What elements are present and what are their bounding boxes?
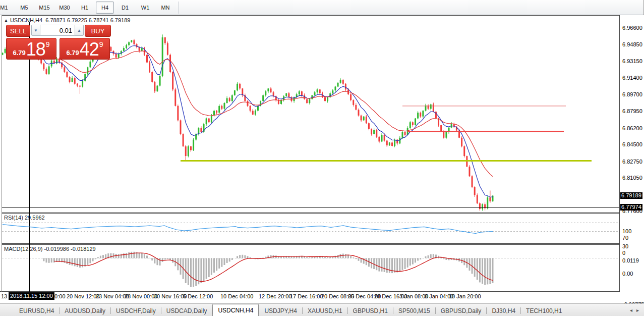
collapse-arrow-icon[interactable]: ▲	[4, 18, 8, 23]
rsi-axis-label: 0	[622, 250, 625, 256]
price-marker-bid: 6.79189	[620, 192, 642, 199]
time-axis-label: 28 Nov 00:00	[125, 293, 157, 299]
time-axis-label: 12 Dec 20:00	[259, 293, 291, 299]
terminal-window: M1M5M15M30H1H4D1W1MN ▲USDCNH,H4 6.78871 …	[0, 0, 644, 316]
price-axis-label: 6.96600	[622, 25, 642, 31]
tab-sp500-m15[interactable]: SP500,M15	[393, 306, 435, 316]
price-marker-line-level: 6.77974	[620, 204, 642, 210]
rsi-axis-label: 30	[622, 243, 628, 249]
macd-value: -0.019986	[44, 246, 69, 252]
timeframe-button-d1[interactable]: D1	[116, 2, 134, 14]
buy-price-sup: 9	[99, 41, 103, 48]
timeframe-button-m5[interactable]: M5	[15, 2, 33, 14]
price-axis-label: 6.87950	[622, 108, 642, 114]
time-axis-label: 20 Nov 12:00	[67, 293, 99, 299]
time-axis-label: 10 Jan 20:00	[449, 293, 481, 299]
time-axis-label: 10 Dec 04:00	[220, 293, 253, 299]
price-axis-label: 6.89700	[622, 91, 642, 97]
time-axis-label: 23 Nov 04:00	[96, 293, 129, 299]
tab-usdjpy-h4[interactable]: USDJPY,H4	[259, 306, 302, 316]
toolbar-separator	[179, 2, 179, 14]
tabs-scroll-left-icon[interactable]: ◂	[630, 307, 632, 313]
macd-name: MACD(12,26,9)	[4, 246, 42, 252]
tab-audusd-daily[interactable]: AUDUSD,Daily	[60, 306, 110, 316]
price-axis-label: 6.84500	[622, 141, 642, 147]
price-axis-label: 6.82750	[622, 159, 642, 165]
tab-usdcad-daily[interactable]: USDCAD,Daily	[161, 306, 212, 316]
macd-axis-label: 0.00	[622, 271, 633, 277]
timeframe-button-m1[interactable]: M1	[0, 2, 13, 14]
chart-window: ▲USDCNH,H4 6.78871 6.79225 6.78741 6.791…	[0, 15, 644, 316]
chart-title: ▲USDCNH,H4 6.78871 6.79225 6.78741 6.791…	[4, 17, 130, 23]
price-axis-label: 6.81050	[622, 175, 642, 181]
tab-gbpusd-daily[interactable]: GBPUSD,Daily	[436, 306, 487, 316]
macd-indicator-label: MACD(12,26,9) -0.019986 -0.018129	[4, 246, 96, 252]
price-axis-label: 6.86200	[622, 125, 642, 131]
tab-xauusd-h1[interactable]: XAUUSD,H1	[303, 306, 347, 316]
sell-price-big: 18	[26, 41, 45, 58]
tab-tech100-h1[interactable]: TECH100,H1	[521, 306, 567, 316]
timeframe-button-mn[interactable]: MN	[156, 2, 174, 14]
tab-eurusd-h4[interactable]: EURUSD,H4	[14, 306, 59, 316]
price-axis-label: 6.93150	[622, 58, 642, 64]
tab-usdchf-daily[interactable]: USDCHF,Daily	[111, 306, 161, 316]
buy-price-button[interactable]: 6.79 42 9	[60, 38, 110, 60]
timeframe-button-m30[interactable]: M30	[55, 2, 74, 14]
buy-button[interactable]: BUY	[85, 25, 111, 37]
sell-price-sup: 9	[46, 41, 50, 48]
tab-dj30-h4[interactable]: DJ30,H4	[487, 306, 520, 316]
crosshair-date-box: 2018.11.15 12:00	[9, 292, 54, 300]
time-axis[interactable]: 13 Nov20:0020 Nov 12:0023 Nov 04:0028 No…	[0, 292, 620, 303]
lot-decrease-button[interactable]: ▼	[31, 25, 40, 36]
macd-axis-label: 0.0119	[622, 257, 639, 264]
timeframe-button-w1[interactable]: W1	[136, 2, 154, 14]
timeframe-toolbar: M1M5M15M30H1H4D1W1MN	[0, 0, 643, 15]
chevron-down-icon: ▼	[34, 28, 38, 33]
sell-price-prefix: 6.79	[13, 48, 25, 58]
buy-price-prefix: 6.79	[66, 48, 79, 58]
price-axis[interactable]: 6.966006.948506.931506.914006.897006.879…	[620, 15, 644, 303]
tab-usdcnh-h4[interactable]: USDCNH,H4	[212, 304, 259, 316]
rsi-indicator-label: RSI(14) 29.5962	[4, 215, 45, 221]
chart-ohlc-values: 6.78871 6.79225 6.78741 6.79189	[45, 17, 130, 23]
sell-price-button[interactable]: 6.79 18 9	[6, 38, 56, 60]
rsi-name: RSI(14)	[4, 215, 23, 221]
one-click-trading-panel: SELL ▼ ▲ BUY 6.79 18 9 6.79 42 9	[6, 25, 111, 60]
rsi-value: 29.5962	[25, 215, 45, 221]
rsi-axis-label: 100	[622, 228, 631, 234]
price-axis-label: 6.91400	[622, 75, 642, 81]
chevron-up-icon: ▲	[77, 28, 81, 33]
tabs-scroll-right-icon[interactable]: ▸	[636, 307, 639, 313]
timeframe-button-m15[interactable]: M15	[35, 2, 53, 14]
chart-tab-bar: EURUSD,H4AUDUSD,DailyUSDCHF,DailyUSDCAD,…	[0, 303, 644, 316]
time-axis-label: 30 Nov 16:00	[154, 293, 187, 299]
sell-button[interactable]: SELL	[6, 25, 30, 37]
lot-increase-button[interactable]: ▲	[75, 25, 84, 36]
macd-signal-value: -0.018129	[71, 246, 96, 252]
chart-symbol: USDCNH,H4	[10, 17, 42, 23]
chart-canvas[interactable]	[0, 15, 644, 316]
tab-scroll-nav: ◂▸	[630, 304, 644, 316]
time-axis-label: 3 Jan 08:00	[399, 293, 429, 299]
rsi-axis-label: 70	[622, 235, 628, 241]
price-axis-label: 6.94850	[622, 41, 642, 47]
time-axis-label: 5 Dec 12:00	[183, 293, 213, 299]
timeframe-button-h4[interactable]: H4	[96, 2, 114, 14]
buy-price-big: 42	[80, 41, 99, 58]
timeframe-button-h1[interactable]: H1	[76, 2, 94, 14]
time-axis-label: 17 Dec 16:00	[290, 293, 323, 299]
tab-gbpusd-h1[interactable]: GBPUSD,H1	[348, 306, 393, 316]
lot-size-input[interactable]	[40, 25, 75, 36]
